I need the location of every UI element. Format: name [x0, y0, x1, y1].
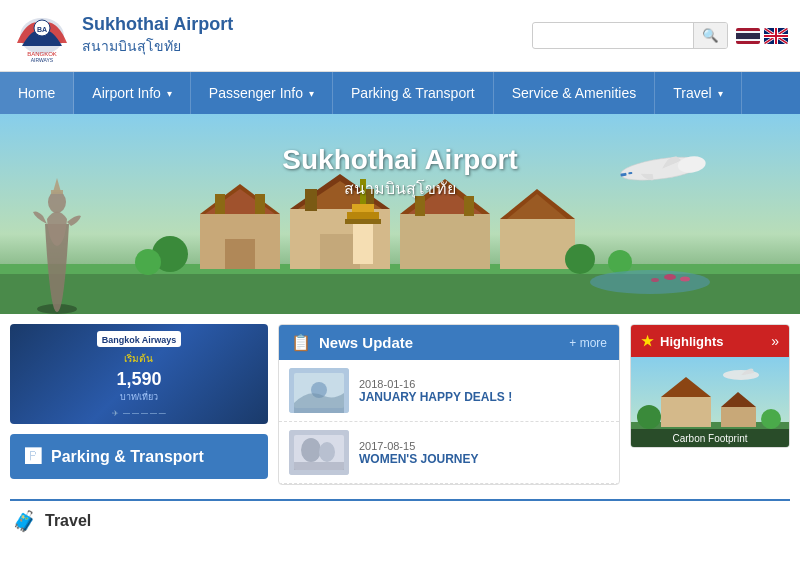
hero-title-th: สนามบินสุโขทัย — [282, 176, 517, 201]
news-more-link[interactable]: + more — [569, 336, 607, 350]
news-item-1[interactable]: 2018-01-16 JANUARY HAPPY DEALS ! — [279, 360, 619, 422]
nav-parking-transport-label: Parking & Transport — [351, 85, 475, 101]
promo-content: Bangkok Airways เริ่มต้น 1,590 บาท/เที่ย… — [89, 324, 190, 424]
svg-point-51 — [48, 191, 66, 213]
search-button[interactable]: 🔍 — [693, 23, 727, 48]
nav-service-amenities-label: Service & Amenities — [512, 85, 637, 101]
nav-home[interactable]: Home — [0, 72, 74, 114]
hero-banner: Sukhothai Airport สนามบินสุโขทัย — [0, 114, 800, 314]
news-date-1: 2018-01-16 — [359, 378, 512, 390]
travel-dropdown-arrow: ▾ — [718, 88, 723, 99]
nav-passenger-info[interactable]: Passenger Info ▾ — [191, 72, 333, 114]
parking-transport-button[interactable]: 🅿 Parking & Transport — [10, 434, 268, 479]
nav-service-amenities[interactable]: Service & Amenities — [494, 72, 656, 114]
search-box[interactable]: 🔍 — [532, 22, 728, 49]
svg-rect-16 — [215, 194, 225, 214]
hero-text: Sukhothai Airport สนามบินสุโขทัย — [282, 144, 517, 201]
page-header: BA BANGKOK AIRWAYS Sukhothai Airport สนา… — [0, 0, 800, 72]
nav-airport-info-label: Airport Info — [92, 85, 160, 101]
highlights-image[interactable]: Carbon Footprint — [631, 357, 789, 447]
main-content: Bangkok Airways เริ่มต้น 1,590 บาท/เที่ย… — [0, 314, 800, 551]
nav-home-label: Home — [18, 85, 55, 101]
promo-logo-text: Bangkok Airways — [102, 335, 177, 345]
svg-text:AIRWAYS: AIRWAYS — [31, 57, 54, 63]
news-thumb-1 — [289, 368, 349, 413]
promo-subtitle: เริ่มต้น — [97, 351, 182, 366]
svg-point-39 — [565, 244, 595, 274]
svg-marker-52 — [53, 178, 61, 192]
nav-travel[interactable]: Travel ▾ — [655, 72, 741, 114]
highlights-header-left: ★ Highlights — [641, 333, 724, 349]
travel-icon: 🧳 — [12, 509, 37, 533]
nav-travel-label: Travel — [673, 85, 711, 101]
highlights-image-svg: Carbon Footprint — [631, 357, 789, 447]
news-header: 📋 News Update + more — [279, 325, 619, 360]
svg-rect-36 — [345, 219, 381, 224]
bangkok-airways-logo: BA BANGKOK AIRWAYS — [12, 8, 72, 63]
svg-rect-35 — [347, 212, 379, 219]
airport-info-dropdown-arrow: ▾ — [167, 88, 172, 99]
news-header-left: 📋 News Update — [291, 333, 413, 352]
svg-point-60 — [319, 442, 335, 462]
svg-point-68 — [637, 405, 661, 429]
highlights-header: ★ Highlights » — [631, 325, 789, 357]
svg-text:BA: BA — [37, 26, 47, 33]
travel-section: 🧳 Travel — [10, 499, 790, 541]
logo-area: BA BANGKOK AIRWAYS Sukhothai Airport สนา… — [12, 8, 233, 63]
svg-point-40 — [608, 250, 632, 274]
svg-rect-61 — [294, 462, 344, 470]
svg-rect-64 — [661, 397, 711, 427]
airport-name-en: Sukhothai Airport — [82, 14, 233, 35]
left-column: Bangkok Airways เริ่มต้น 1,590 บาท/เที่ย… — [10, 324, 268, 485]
center-column: 📋 News Update + more — [278, 324, 620, 485]
main-nav: Home Airport Info ▾ Passenger Info ▾ Par… — [0, 72, 800, 114]
svg-rect-37 — [353, 224, 373, 264]
svg-point-59 — [301, 438, 321, 462]
language-flags — [736, 28, 788, 44]
highlights-chevron-icon[interactable]: » — [771, 333, 779, 349]
nav-passenger-info-label: Passenger Info — [209, 85, 303, 101]
content-row: Bangkok Airways เริ่มต้น 1,590 บาท/เที่ย… — [10, 324, 790, 485]
airport-name: Sukhothai Airport สนามบินสุโขทัย — [82, 14, 233, 57]
svg-rect-30 — [500, 219, 575, 269]
news-thumb-svg-2 — [289, 430, 349, 475]
svg-rect-34 — [352, 204, 374, 212]
search-input[interactable] — [533, 24, 693, 47]
svg-rect-18 — [225, 239, 255, 269]
news-date-2: 2017-08-15 — [359, 440, 479, 452]
statue-svg — [25, 174, 90, 314]
uk-flag[interactable] — [764, 28, 788, 44]
svg-rect-66 — [721, 407, 756, 427]
news-text-1: 2018-01-16 JANUARY HAPPY DEALS ! — [359, 378, 512, 404]
svg-point-42 — [590, 270, 710, 294]
news-icon: 📋 — [291, 333, 311, 352]
svg-point-43 — [664, 274, 676, 280]
promo-decoration: ✈ — — — — — — [97, 409, 182, 418]
promo-price-label: บาท/เที่ยว — [97, 390, 182, 404]
right-column: ★ Highlights » — [630, 324, 790, 485]
news-title-2: WOMEN'S JOURNEY — [359, 452, 479, 466]
nav-parking-transport[interactable]: Parking & Transport — [333, 72, 494, 114]
header-controls: 🔍 — [532, 22, 788, 49]
svg-point-45 — [651, 278, 659, 282]
parking-transport-label: Parking & Transport — [51, 448, 204, 466]
promo-banner[interactable]: Bangkok Airways เริ่มต้น 1,590 บาท/เที่ย… — [10, 324, 268, 424]
svg-text:Carbon Footprint: Carbon Footprint — [672, 433, 747, 444]
airport-name-th: สนามบินสุโขทัย — [82, 35, 233, 57]
news-item-2[interactable]: 2017-08-15 WOMEN'S JOURNEY — [279, 422, 619, 484]
svg-rect-53 — [51, 190, 63, 194]
svg-rect-25 — [400, 214, 490, 269]
svg-point-41 — [135, 249, 161, 275]
travel-label: Travel — [45, 512, 91, 530]
svg-rect-8 — [736, 33, 760, 39]
thai-flag[interactable] — [736, 28, 760, 44]
star-icon: ★ — [641, 333, 654, 349]
passenger-info-dropdown-arrow: ▾ — [309, 88, 314, 99]
svg-point-44 — [680, 277, 690, 282]
highlights-title: Highlights — [660, 334, 724, 349]
news-text-2: 2017-08-15 WOMEN'S JOURNEY — [359, 440, 479, 466]
nav-airport-info[interactable]: Airport Info ▾ — [74, 72, 190, 114]
svg-rect-17 — [255, 194, 265, 214]
hero-title-en: Sukhothai Airport — [282, 144, 517, 176]
news-title-1: JANUARY HAPPY DEALS ! — [359, 390, 512, 404]
